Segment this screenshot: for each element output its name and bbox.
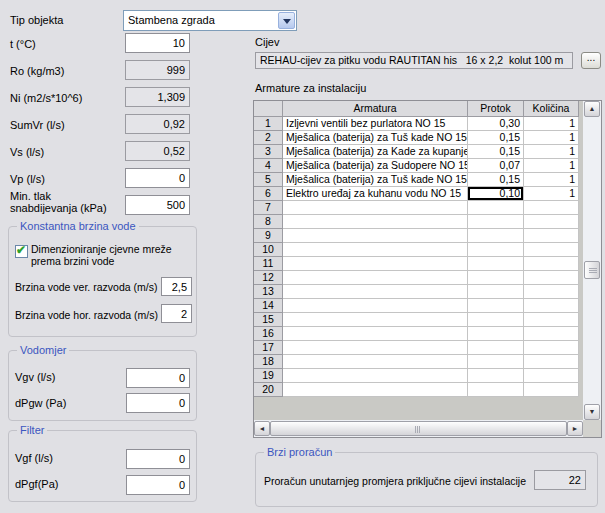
- cell-armatura[interactable]: Elektro uređaj za kuhanu vodu NO 15: [283, 187, 468, 201]
- cell-kolicina[interactable]: [524, 215, 579, 229]
- cell-protok[interactable]: [468, 355, 524, 369]
- cell-kolicina[interactable]: [524, 383, 579, 397]
- brzina-ver-field[interactable]: 2,5: [161, 277, 192, 296]
- tip-objekta-select[interactable]: Stambena zgrada: [123, 10, 297, 31]
- cell-kolicina[interactable]: [524, 369, 579, 383]
- cell-armatura[interactable]: [283, 243, 468, 257]
- cell-armatura[interactable]: [283, 313, 468, 327]
- vgf-field[interactable]: 0: [126, 449, 190, 469]
- cell-protok[interactable]: 0,07: [468, 159, 524, 173]
- cell-kolicina[interactable]: [524, 243, 579, 257]
- cell-protok[interactable]: 0,15: [468, 173, 524, 187]
- cell-protok[interactable]: 0,10: [468, 187, 524, 201]
- cell-protok[interactable]: 0,15: [468, 131, 524, 145]
- cell-kolicina[interactable]: [524, 285, 579, 299]
- cell-kolicina[interactable]: [524, 313, 579, 327]
- row-number[interactable]: 14: [254, 299, 283, 313]
- row-number[interactable]: 12: [254, 271, 283, 285]
- cell-kolicina[interactable]: 1: [524, 117, 579, 131]
- cell-kolicina[interactable]: [524, 257, 579, 271]
- row-number[interactable]: 18: [254, 355, 283, 369]
- row-number[interactable]: 11: [254, 257, 283, 271]
- cell-armatura[interactable]: [283, 383, 468, 397]
- cell-armatura[interactable]: [283, 271, 468, 285]
- cell-protok[interactable]: [468, 313, 524, 327]
- cell-armatura[interactable]: [283, 229, 468, 243]
- cell-armatura[interactable]: [283, 355, 468, 369]
- cell-armatura[interactable]: Mješalica (baterija) za Kade za kupanje …: [283, 145, 468, 159]
- cell-protok[interactable]: [468, 299, 524, 313]
- cell-armatura[interactable]: Mješalica (baterija) za Tuš kade NO 15: [283, 131, 468, 145]
- cell-armatura[interactable]: [283, 285, 468, 299]
- cell-kolicina[interactable]: 1: [524, 187, 579, 201]
- cell-armatura[interactable]: [283, 369, 468, 383]
- scroll-down-button[interactable]: ▼: [584, 404, 600, 420]
- min-tlak-field[interactable]: 500: [125, 195, 190, 215]
- cell-protok[interactable]: [468, 327, 524, 341]
- cell-armatura[interactable]: [283, 327, 468, 341]
- row-number[interactable]: 5: [254, 173, 283, 187]
- cell-armatura[interactable]: [283, 215, 468, 229]
- cell-armatura[interactable]: [283, 299, 468, 313]
- row-number[interactable]: 19: [254, 369, 283, 383]
- cell-protok[interactable]: [468, 201, 524, 215]
- cijev-browse-button[interactable]: ...: [581, 52, 601, 69]
- dpgw-field[interactable]: 0: [126, 393, 190, 413]
- row-number[interactable]: 1: [254, 117, 283, 131]
- row-number[interactable]: 4: [254, 159, 283, 173]
- cell-kolicina[interactable]: [524, 271, 579, 285]
- row-number[interactable]: 15: [254, 313, 283, 327]
- cell-armatura[interactable]: [283, 201, 468, 215]
- scroll-left-button[interactable]: ◄: [254, 421, 270, 436]
- cell-armatura[interactable]: [283, 341, 468, 355]
- horizontal-scroll-thumb[interactable]: [270, 421, 567, 436]
- row-number[interactable]: 8: [254, 215, 283, 229]
- cell-kolicina[interactable]: 1: [524, 131, 579, 145]
- cell-protok[interactable]: [468, 243, 524, 257]
- row-number[interactable]: 17: [254, 341, 283, 355]
- cell-kolicina[interactable]: 1: [524, 145, 579, 159]
- cell-protok[interactable]: [468, 229, 524, 243]
- horizontal-scrollbar[interactable]: ◄ ►: [254, 420, 583, 437]
- cell-kolicina[interactable]: [524, 201, 579, 215]
- cell-kolicina[interactable]: [524, 327, 579, 341]
- cell-protok[interactable]: 0,15: [468, 145, 524, 159]
- vertical-scrollbar[interactable]: ▲ ▼: [583, 101, 601, 420]
- row-number[interactable]: 10: [254, 243, 283, 257]
- row-number[interactable]: 7: [254, 201, 283, 215]
- cell-kolicina[interactable]: [524, 355, 579, 369]
- dimenzioniranje-checkbox[interactable]: ✔: [15, 245, 28, 258]
- vp-field[interactable]: 0: [125, 168, 190, 188]
- brzina-hor-field[interactable]: 2: [161, 304, 192, 323]
- dpgf-field[interactable]: 0: [126, 475, 190, 495]
- cell-armatura[interactable]: Mješalica (baterija) za Tuš kade NO 15: [283, 173, 468, 187]
- row-number[interactable]: 9: [254, 229, 283, 243]
- scroll-right-button[interactable]: ►: [567, 421, 583, 436]
- cell-protok[interactable]: [468, 341, 524, 355]
- cell-kolicina[interactable]: [524, 299, 579, 313]
- row-number[interactable]: 20: [254, 383, 283, 397]
- cell-protok[interactable]: [468, 383, 524, 397]
- cell-armatura[interactable]: [283, 257, 468, 271]
- t-field[interactable]: 10: [125, 33, 190, 53]
- row-number[interactable]: 2: [254, 131, 283, 145]
- row-number[interactable]: 3: [254, 145, 283, 159]
- cell-armatura[interactable]: Izljevni ventili bez purlatora NO 15: [283, 117, 468, 131]
- cell-kolicina[interactable]: [524, 229, 579, 243]
- cell-protok[interactable]: [468, 215, 524, 229]
- cell-protok[interactable]: [468, 271, 524, 285]
- cell-protok[interactable]: [468, 285, 524, 299]
- vgv-field[interactable]: 0: [126, 368, 190, 388]
- cell-protok[interactable]: 0,30: [468, 117, 524, 131]
- row-number[interactable]: 16: [254, 327, 283, 341]
- cell-kolicina[interactable]: 1: [524, 173, 579, 187]
- scroll-up-button[interactable]: ▲: [584, 101, 600, 117]
- row-number[interactable]: 13: [254, 285, 283, 299]
- cell-protok[interactable]: [468, 257, 524, 271]
- combo-dropdown-button[interactable]: [278, 12, 295, 29]
- cell-armatura[interactable]: Mješalica (baterija) za Sudopere NO 15: [283, 159, 468, 173]
- row-number[interactable]: 6: [254, 187, 283, 201]
- cell-kolicina[interactable]: [524, 341, 579, 355]
- vertical-scroll-thumb[interactable]: [584, 261, 600, 279]
- cell-protok[interactable]: [468, 369, 524, 383]
